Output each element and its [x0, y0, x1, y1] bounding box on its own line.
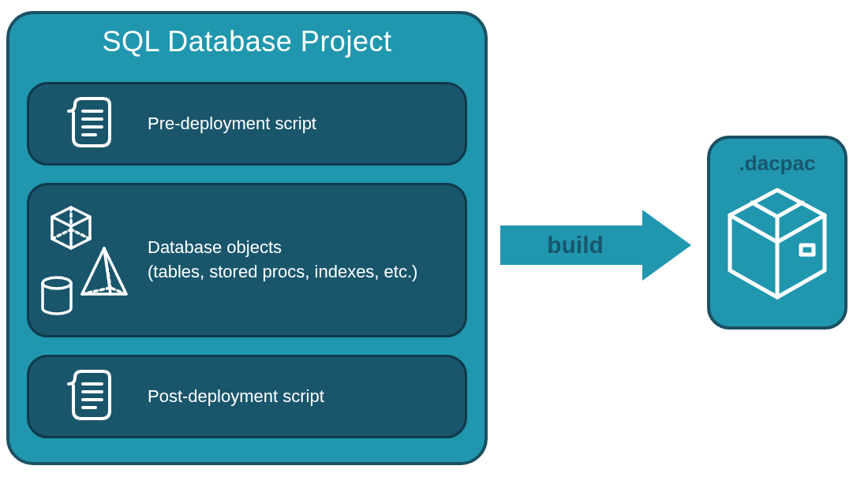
- post-deployment-label: Post-deployment script: [148, 385, 465, 409]
- pre-deployment-label: Pre-deployment script: [148, 112, 465, 136]
- script-icon: [29, 95, 148, 152]
- script-icon: [29, 368, 148, 425]
- svg-line-7: [71, 229, 90, 239]
- database-objects-label-line1: Database objects: [148, 236, 465, 260]
- sql-project-container: SQL Database Project Pre-deployment sc: [6, 11, 488, 465]
- database-objects-label-line2: (tables, stored procs, indexes, etc.): [148, 260, 465, 285]
- project-title: SQL Database Project: [9, 25, 485, 58]
- database-objects-card: Database objects (tables, stored procs, …: [27, 183, 467, 337]
- svg-line-6: [52, 229, 71, 239]
- svg-rect-23: [801, 245, 814, 255]
- dacpac-title: .dacpac: [739, 151, 816, 176]
- pre-deployment-card: Pre-deployment script: [27, 82, 467, 166]
- diagram-stage: SQL Database Project Pre-deployment sc: [0, 0, 868, 488]
- dacpac-output: .dacpac: [707, 136, 847, 330]
- database-objects-label: Database objects (tables, stored procs, …: [148, 236, 465, 285]
- post-deployment-card: Post-deployment script: [27, 355, 467, 438]
- build-arrow: build: [500, 210, 691, 281]
- svg-point-14: [43, 278, 71, 289]
- build-arrow-label: build: [516, 210, 634, 281]
- package-icon: [722, 185, 832, 307]
- shapes-icon: [29, 201, 148, 319]
